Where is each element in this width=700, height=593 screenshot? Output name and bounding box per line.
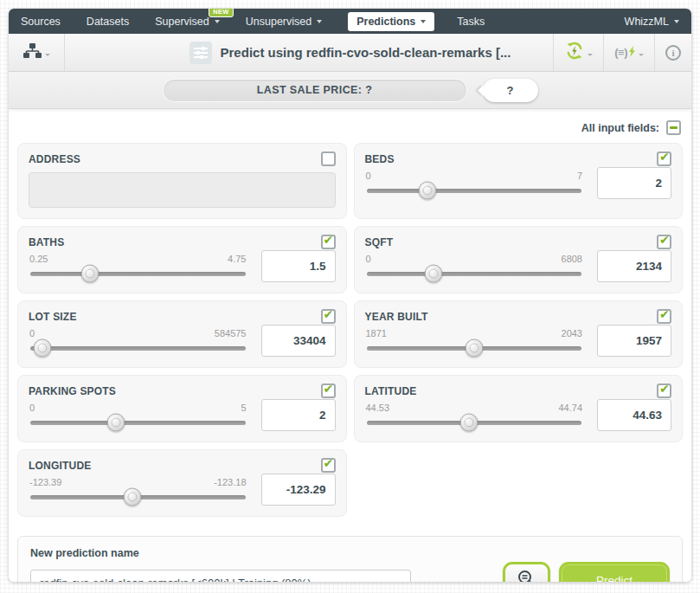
help-label: ? <box>507 84 514 97</box>
field-value-input[interactable] <box>261 474 336 506</box>
field-label: LOT SIZE <box>29 309 77 323</box>
slider-range-labels: -123.39-123.18 <box>29 477 247 487</box>
page-title: Predict using redfin-cvo-sold-clean-rema… <box>221 45 511 60</box>
field-checkbox[interactable] <box>321 235 336 249</box>
field-checkbox[interactable] <box>321 384 336 398</box>
slider-min-label: 0 <box>29 403 35 413</box>
info-button[interactable] <box>654 34 691 71</box>
field-slider-track[interactable] <box>367 346 582 351</box>
all-input-fields-checkbox[interactable] <box>666 120 681 135</box>
field-card-head: PARKING SPOTS <box>29 384 336 398</box>
field-card-sqft: SQFT06808 <box>354 226 684 293</box>
slider-handle[interactable] <box>419 182 437 200</box>
field-value-input[interactable] <box>597 325 671 357</box>
field-text-input[interactable] <box>29 172 336 208</box>
field-value-input[interactable] <box>597 167 671 199</box>
slider-handle[interactable] <box>107 414 125 432</box>
field-value-input[interactable] <box>597 250 671 282</box>
field-checkbox[interactable] <box>321 151 336 166</box>
nav-item-label: Sources <box>21 16 61 28</box>
magnifier-icon <box>517 569 536 582</box>
field-checkbox[interactable] <box>657 309 671 324</box>
field-card-body: 18712043 <box>365 325 672 357</box>
prediction-help-button[interactable]: ? <box>483 79 538 102</box>
slider-range-labels: 0584575 <box>29 328 247 338</box>
slider-max-label: 6808 <box>562 254 582 264</box>
chevron-down-icon <box>421 20 426 23</box>
prediction-actions: Predict <box>503 562 670 582</box>
field-slider-area: 07 <box>365 169 584 198</box>
field-slider-track[interactable] <box>367 272 582 276</box>
scripts-icon: (≡) <box>614 46 627 59</box>
field-slider-track[interactable] <box>30 495 246 500</box>
preview-prediction-button[interactable] <box>503 562 550 582</box>
hierarchy-icon <box>22 42 42 62</box>
field-value-input[interactable] <box>261 325 336 357</box>
field-value-input[interactable] <box>261 250 336 282</box>
field-card-head: SQFT <box>365 235 672 249</box>
nav-item-label: Predictions <box>356 16 415 28</box>
scripts-button[interactable]: (≡) <box>603 34 654 71</box>
field-card-head: BATHS <box>29 235 336 249</box>
field-slider-area: 05 <box>29 401 247 430</box>
field-checkbox[interactable] <box>657 384 671 398</box>
field-value-input[interactable] <box>597 399 671 431</box>
slider-handle[interactable] <box>124 488 142 506</box>
slider-range-labels: 18712043 <box>365 328 584 338</box>
predict-button[interactable]: Predict <box>559 562 670 582</box>
field-slider-track[interactable] <box>367 421 582 425</box>
slider-handle[interactable] <box>459 414 478 432</box>
field-card-body: -123.39-123.18 <box>29 474 336 506</box>
field-slider-area: 18712043 <box>365 326 584 356</box>
field-slider-track[interactable] <box>30 346 246 351</box>
field-value-input[interactable] <box>261 399 336 431</box>
nav-item-tasks[interactable]: Tasks <box>457 16 485 28</box>
field-checkbox[interactable] <box>321 458 336 473</box>
field-card-head: LATITUDE <box>365 384 672 398</box>
prediction-name-input[interactable] <box>30 570 411 582</box>
one-click-actions-icon <box>564 42 585 63</box>
title-actions: (≡) <box>553 34 691 71</box>
nav-right: WhizzML <box>625 16 679 28</box>
nav-item-unsupervised[interactable]: Unsupervised <box>246 16 322 28</box>
field-checkbox[interactable] <box>657 151 671 166</box>
slider-max-label: 2043 <box>562 328 582 338</box>
field-slider-track[interactable] <box>30 272 246 276</box>
field-slider-track[interactable] <box>367 189 582 193</box>
nav-item-predictions[interactable]: Predictions <box>348 12 434 31</box>
field-card-address: ADDRESS <box>17 143 347 219</box>
field-card-head: YEAR BUILT <box>365 309 672 324</box>
field-card-beds: BEDS07 <box>354 143 684 219</box>
field-card-year-built: YEAR BUILT18712043 <box>354 300 684 368</box>
nav-item-datasets[interactable]: Datasets <box>87 16 129 28</box>
field-label: ADDRESS <box>29 151 80 165</box>
main-content: All input fields: ADDRESSBEDS07BATHS0.25… <box>9 109 691 582</box>
resource-tree-button[interactable] <box>9 34 65 71</box>
slider-max-label: 584575 <box>215 328 247 338</box>
new-badge: NEW <box>209 9 233 17</box>
slider-handle[interactable] <box>425 265 443 283</box>
field-checkbox[interactable] <box>657 235 671 249</box>
nav-item-whizzml[interactable]: WhizzML <box>625 16 679 28</box>
field-slider-track[interactable] <box>30 421 246 425</box>
field-card-body: 0584575 <box>29 325 336 357</box>
field-card-body: 06808 <box>365 250 672 282</box>
field-slider-area: -123.39-123.18 <box>29 475 247 505</box>
objective-label: LAST SALE PRICE: ? <box>257 84 373 96</box>
field-label: SQFT <box>365 235 394 248</box>
slider-min-label: 0.25 <box>29 254 48 264</box>
slider-handle[interactable] <box>81 265 100 283</box>
nav-item-supervised[interactable]: SupervisedNEW <box>155 16 220 28</box>
one-click-actions-button[interactable] <box>553 34 603 71</box>
nav-item-sources[interactable]: Sources <box>21 16 61 28</box>
slider-handle[interactable] <box>34 339 52 358</box>
field-card-body: 0.254.75 <box>29 250 336 282</box>
field-card-head: BEDS <box>365 151 672 166</box>
prediction-footer: New prediction name <box>17 536 683 582</box>
slider-handle[interactable] <box>465 339 483 358</box>
field-card-baths: BATHS0.254.75 <box>17 226 347 293</box>
slider-range-labels: 0.254.75 <box>29 254 247 264</box>
field-slider-area: 0.254.75 <box>29 252 247 281</box>
field-checkbox[interactable] <box>321 309 336 324</box>
slider-max-label: -123.18 <box>214 477 246 487</box>
